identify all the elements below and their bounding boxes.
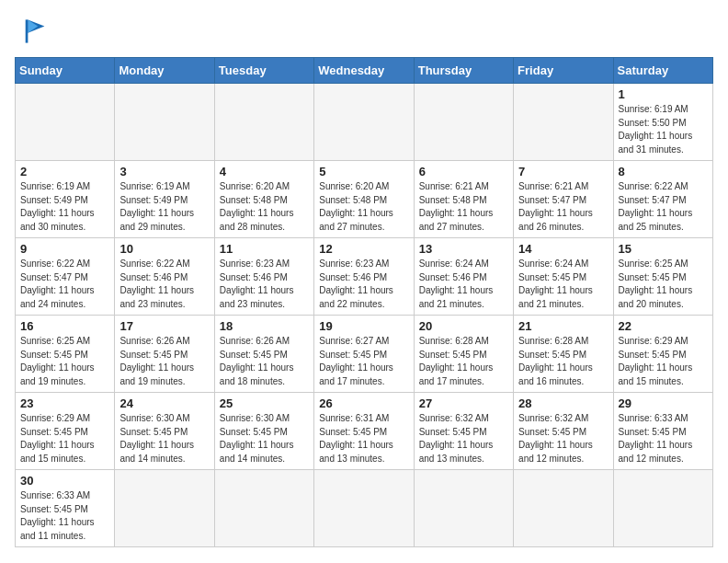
calendar-cell: 28Sunrise: 6:32 AMSunset: 5:45 PMDayligh… (514, 393, 613, 470)
day-info: Sunrise: 6:20 AMSunset: 5:48 PMDaylight:… (319, 180, 408, 234)
calendar-cell: 24Sunrise: 6:30 AMSunset: 5:45 PMDayligh… (115, 393, 214, 470)
calendar-week-6: 30Sunrise: 6:33 AMSunset: 5:45 PMDayligh… (16, 470, 713, 547)
day-info: Sunrise: 6:24 AMSunset: 5:45 PMDaylight:… (518, 258, 608, 311)
day-info: Sunrise: 6:20 AMSunset: 5:48 PMDaylight:… (220, 180, 309, 234)
calendar-cell: 3Sunrise: 6:19 AMSunset: 5:49 PMDaylight… (115, 161, 214, 238)
calendar-cell: 17Sunrise: 6:26 AMSunset: 5:45 PMDayligh… (115, 316, 214, 393)
day-number: 17 (119, 319, 209, 333)
day-info: Sunrise: 6:23 AMSunset: 5:46 PMDaylight:… (220, 258, 309, 311)
day-info: Sunrise: 6:28 AMSunset: 5:45 PMDaylight:… (518, 335, 608, 388)
calendar-cell: 5Sunrise: 6:20 AMSunset: 5:48 PMDaylight… (314, 161, 414, 238)
calendar-cell: 6Sunrise: 6:21 AMSunset: 5:48 PMDaylight… (414, 161, 513, 238)
day-number: 20 (419, 319, 508, 333)
day-header-tuesday: Tuesday (214, 58, 313, 84)
day-number: 14 (518, 242, 608, 256)
day-info: Sunrise: 6:22 AMSunset: 5:47 PMDaylight:… (619, 180, 708, 234)
day-info: Sunrise: 6:26 AMSunset: 5:45 PMDaylight:… (119, 335, 209, 388)
day-info: Sunrise: 6:19 AMSunset: 5:49 PMDaylight:… (20, 180, 109, 234)
day-info: Sunrise: 6:28 AMSunset: 5:45 PMDaylight:… (419, 335, 508, 388)
calendar-cell: 19Sunrise: 6:27 AMSunset: 5:45 PMDayligh… (314, 316, 414, 393)
header-row: SundayMondayTuesdayWednesdayThursdayFrid… (16, 58, 713, 84)
calendar-cell: 10Sunrise: 6:22 AMSunset: 5:46 PMDayligh… (115, 238, 214, 316)
day-number: 27 (419, 396, 508, 410)
day-info: Sunrise: 6:21 AMSunset: 5:47 PMDaylight:… (518, 180, 608, 234)
calendar-cell: 23Sunrise: 6:29 AMSunset: 5:45 PMDayligh… (16, 393, 115, 470)
calendar-week-3: 9Sunrise: 6:22 AMSunset: 5:47 PMDaylight… (16, 238, 713, 316)
day-number: 13 (419, 242, 508, 256)
day-number: 7 (518, 165, 608, 178)
day-number: 18 (220, 319, 309, 333)
calendar-cell (214, 470, 313, 547)
day-number: 2 (20, 165, 109, 178)
calendar-cell (514, 84, 613, 161)
day-number: 11 (220, 242, 309, 256)
calendar-cell: 20Sunrise: 6:28 AMSunset: 5:45 PMDayligh… (414, 316, 513, 393)
calendar-cell: 2Sunrise: 6:19 AMSunset: 5:49 PMDaylight… (16, 161, 115, 238)
calendar-cell (414, 84, 513, 161)
day-number: 15 (619, 242, 708, 256)
calendar-cell (314, 84, 414, 161)
calendar-header: SundayMondayTuesdayWednesdayThursdayFrid… (16, 58, 713, 84)
day-header-friday: Friday (514, 58, 613, 84)
day-info: Sunrise: 6:26 AMSunset: 5:45 PMDaylight:… (220, 335, 309, 388)
calendar-cell: 16Sunrise: 6:25 AMSunset: 5:45 PMDayligh… (16, 316, 115, 393)
day-number: 10 (119, 242, 209, 256)
calendar-cell (16, 84, 115, 161)
calendar-cell: 15Sunrise: 6:25 AMSunset: 5:45 PMDayligh… (613, 238, 712, 316)
calendar-week-4: 16Sunrise: 6:25 AMSunset: 5:45 PMDayligh… (16, 316, 713, 393)
calendar-cell: 8Sunrise: 6:22 AMSunset: 5:47 PMDaylight… (613, 161, 712, 238)
calendar-cell: 22Sunrise: 6:29 AMSunset: 5:45 PMDayligh… (613, 316, 712, 393)
logo (15, 15, 51, 48)
day-info: Sunrise: 6:32 AMSunset: 5:45 PMDaylight:… (518, 412, 608, 465)
calendar-cell (613, 470, 712, 547)
calendar-cell: 12Sunrise: 6:23 AMSunset: 5:46 PMDayligh… (314, 238, 414, 316)
day-number: 8 (619, 165, 708, 178)
logo-icon (15, 15, 48, 48)
calendar-week-1: 1Sunrise: 6:19 AMSunset: 5:50 PMDaylight… (16, 84, 713, 161)
calendar-cell: 18Sunrise: 6:26 AMSunset: 5:45 PMDayligh… (214, 316, 313, 393)
day-info: Sunrise: 6:24 AMSunset: 5:46 PMDaylight:… (419, 258, 508, 311)
calendar-cell (115, 470, 214, 547)
calendar-cell: 9Sunrise: 6:22 AMSunset: 5:47 PMDaylight… (16, 238, 115, 316)
calendar-cell: 4Sunrise: 6:20 AMSunset: 5:48 PMDaylight… (214, 161, 313, 238)
day-info: Sunrise: 6:30 AMSunset: 5:45 PMDaylight:… (220, 412, 309, 465)
calendar-table: SundayMondayTuesdayWednesdayThursdayFrid… (15, 57, 713, 547)
day-number: 22 (619, 319, 708, 333)
calendar-cell: 30Sunrise: 6:33 AMSunset: 5:45 PMDayligh… (16, 470, 115, 547)
day-number: 25 (220, 396, 309, 410)
day-number: 19 (319, 319, 408, 333)
calendar-cell (115, 84, 214, 161)
day-number: 5 (319, 165, 408, 178)
day-number: 6 (419, 165, 508, 178)
calendar-cell (314, 470, 414, 547)
day-info: Sunrise: 6:21 AMSunset: 5:48 PMDaylight:… (419, 180, 508, 234)
calendar-week-2: 2Sunrise: 6:19 AMSunset: 5:49 PMDaylight… (16, 161, 713, 238)
calendar-cell: 13Sunrise: 6:24 AMSunset: 5:46 PMDayligh… (414, 238, 513, 316)
day-number: 21 (518, 319, 608, 333)
calendar-cell: 14Sunrise: 6:24 AMSunset: 5:45 PMDayligh… (514, 238, 613, 316)
day-info: Sunrise: 6:19 AMSunset: 5:50 PMDaylight:… (619, 103, 708, 156)
calendar-cell: 26Sunrise: 6:31 AMSunset: 5:45 PMDayligh… (314, 393, 414, 470)
calendar-cell: 25Sunrise: 6:30 AMSunset: 5:45 PMDayligh… (214, 393, 313, 470)
day-number: 28 (518, 396, 608, 410)
day-number: 30 (20, 474, 109, 488)
day-number: 24 (119, 396, 209, 410)
calendar-body: 1Sunrise: 6:19 AMSunset: 5:50 PMDaylight… (16, 84, 713, 547)
calendar-cell (214, 84, 313, 161)
day-number: 3 (119, 165, 209, 178)
day-number: 9 (20, 242, 109, 256)
calendar-cell: 11Sunrise: 6:23 AMSunset: 5:46 PMDayligh… (214, 238, 313, 316)
day-header-monday: Monday (115, 58, 214, 84)
calendar-cell (414, 470, 513, 547)
day-info: Sunrise: 6:32 AMSunset: 5:45 PMDaylight:… (419, 412, 508, 465)
day-info: Sunrise: 6:23 AMSunset: 5:46 PMDaylight:… (319, 258, 408, 311)
calendar-week-5: 23Sunrise: 6:29 AMSunset: 5:45 PMDayligh… (16, 393, 713, 470)
day-info: Sunrise: 6:33 AMSunset: 5:45 PMDaylight:… (20, 489, 109, 543)
day-number: 26 (319, 396, 408, 410)
day-number: 16 (20, 319, 109, 333)
day-info: Sunrise: 6:30 AMSunset: 5:45 PMDaylight:… (119, 412, 209, 465)
calendar-cell: 1Sunrise: 6:19 AMSunset: 5:50 PMDaylight… (613, 84, 712, 161)
day-number: 23 (20, 396, 109, 410)
day-info: Sunrise: 6:31 AMSunset: 5:45 PMDaylight:… (319, 412, 408, 465)
day-info: Sunrise: 6:25 AMSunset: 5:45 PMDaylight:… (619, 258, 708, 311)
